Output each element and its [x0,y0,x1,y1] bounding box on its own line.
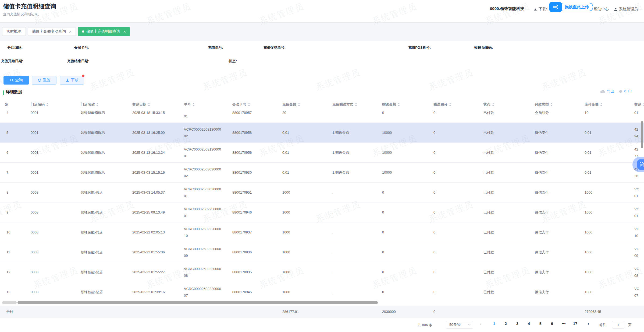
table-row[interactable]: 60001领锋智能旗舰店2025-03-13 16:13:24VCRC00002… [0,143,644,163]
page-number-3[interactable]: 3 [512,321,523,326]
cell-no: 5 [0,129,24,136]
sort-carets-icon[interactable] [298,103,300,106]
sort-carets-icon[interactable] [248,103,250,106]
cell-gift_points: 0 [427,129,477,136]
cell-store_name: 领锋智能-总店 [74,269,126,275]
user-menu[interactable]: 系统管理员 [614,7,638,12]
page-subtitle: 查询充值情况详细记录。 [3,12,41,17]
column-label: 交易 [634,102,641,107]
translate-pill[interactable]: 译 [637,159,644,170]
cell-status: 已付款 [477,129,528,136]
column-header-13[interactable]: 交易 [628,102,644,107]
next-page-button[interactable]: › [583,321,594,326]
column-header-12[interactable]: 应付金额 [578,102,628,107]
cell-status: 已付款 [477,149,528,156]
print-link[interactable]: 打印 [618,89,632,94]
drag-upload-overlay[interactable]: 拖拽至此上传 [549,2,593,12]
cell-order_no: VCRC0000250222000009 [177,246,226,259]
sort-carets-icon[interactable] [96,103,98,106]
download-button[interactable]: 下载 [60,76,84,85]
page-number-2[interactable]: 2 [500,321,511,326]
cell-payable: 1000 [578,229,628,236]
cell-gift_points: 0 [427,209,477,216]
goto-page-input[interactable] [612,321,624,328]
reset-button[interactable]: 重置 [32,76,56,85]
cell-date: 2025-02-22 01:39:16 [126,289,177,295]
table-row[interactable]: 70001领锋智能旗舰店2025-03-03 15:15:16VCRC00002… [0,163,644,183]
column-header-11[interactable]: 付款类型 [528,102,578,107]
column-header-10[interactable]: 状态 [477,102,528,107]
column-settings-gear-icon[interactable]: ⚙ [0,102,24,107]
close-icon[interactable]: × [69,29,72,34]
sort-carets-icon[interactable] [643,103,644,106]
vertical-scrollbar-thumb[interactable] [641,121,643,148]
sort-carets-icon[interactable] [193,103,195,106]
table-row[interactable]: 80008领锋智能-总店2025-03-03 14:05:37VCRC00002… [0,183,644,202]
summary-payable: 279963.45 [578,310,628,314]
table-row[interactable]: 130008领锋智能-总店2025-02-22 01:39:16VCRC0000… [0,282,644,301]
search-icon [10,78,14,82]
cell-amount: 1000 [276,289,326,295]
cell-amount: 1000 [276,189,326,196]
cell-amount: 1000 [276,269,326,275]
page-number-1[interactable]: 1 [489,321,500,326]
downloading-indicator[interactable]: 下载中 [533,7,550,12]
table-body-viewport[interactable]: 40001领锋智能旗舰店2025-03-18 15:33:15 01880017… [0,110,644,301]
sort-carets-icon[interactable] [148,103,150,106]
cell-gift_amount: 0 [376,269,427,275]
filter-r1-4: 充值促销单号: [259,45,288,50]
column-header-8[interactable]: 赠送金额 [376,102,427,107]
sort-carets-icon[interactable] [600,103,602,106]
query-button[interactable]: 查询 [3,76,29,85]
column-header-2[interactable]: 门店名称 [74,102,126,107]
table-row[interactable]: 50001领锋智能旗舰店2025-03-13 16:25:00VCRC00002… [0,123,644,143]
cell-store_code: 0008 [24,229,74,236]
column-header-5[interactable]: 会员卡号 [226,102,276,107]
page-number-17[interactable]: 17 [570,321,581,326]
prev-page-button[interactable]: ‹ [475,321,486,326]
pagination-bar: 共 806 条 50条/页 前往 页 ‹123456•••17› [0,318,644,332]
tab-1[interactable]: 实时概览 [2,27,26,36]
sort-carets-icon[interactable] [492,103,494,106]
tab-2[interactable]: 储值卡金额变动查询× [28,27,76,36]
close-icon[interactable]: × [123,29,126,34]
sort-carets-icon[interactable] [398,103,400,106]
page-number-5[interactable]: 5 [535,321,546,326]
cell-gift_type: . [326,229,376,236]
download-icon [533,7,537,11]
sort-carets-icon[interactable] [449,103,451,106]
filter-r2-3: 状态: [223,59,239,64]
column-header-1[interactable]: 门店编码 [24,102,74,107]
table-row[interactable]: 110008领锋智能-总店2025-02-22 01:55:36VCRC0000… [0,242,644,262]
cell-card_no: 8800170936 [226,249,276,256]
page-number-4[interactable]: 4 [524,321,534,326]
column-header-3[interactable]: 交易日期 [126,102,177,107]
table-row[interactable]: 100008领锋智能-总店2025-02-22 02:05:13VCRC0000… [0,222,644,242]
cell-no: 4 [0,110,24,116]
table-row[interactable]: 90008领锋智能-总店2025-02-25 09:13:49VCRC00002… [0,202,644,222]
cell-amount: 20 [276,110,326,116]
sort-carets-icon[interactable] [550,103,553,106]
horizontal-scrollbar-track[interactable] [2,301,17,304]
column-label: 单号 [184,102,191,107]
column-header-6[interactable]: 充值金额 [276,102,326,107]
page-size-select[interactable]: 50条/页 [446,321,473,328]
column-header-4[interactable]: 单号 [177,102,226,107]
column-header-7[interactable]: 充值赠送方式 [326,102,376,107]
table-row[interactable]: 120008领锋智能-总店2025-02-22 01:55:27VCRC0000… [0,262,644,282]
column-label: 门店编码 [31,102,45,107]
export-link[interactable]: 导出 [600,89,614,94]
page-ellipsis[interactable]: ••• [558,321,569,326]
table-row[interactable]: 40001领锋智能旗舰店2025-03-18 15:33:15 01880017… [0,110,644,123]
top-header: 储值卡充值明细查询 查询充值情况详细记录。 0000.领锋智能科技 下载中 拖拽… [0,0,644,22]
cell-gift_amount: 0 [376,189,427,196]
cell-date: 2025-02-25 09:13:49 [126,209,177,216]
column-header-9[interactable]: 赠送积分 [427,102,477,107]
sort-carets-icon[interactable] [46,103,48,106]
sort-carets-icon[interactable] [355,103,357,106]
help-center-link[interactable]: 帮助中心 [594,7,609,12]
page-number-6[interactable]: 6 [547,321,557,326]
user-label: 系统管理员 [619,7,638,12]
tab-3[interactable]: 储值卡充值明细查询× [78,27,130,36]
horizontal-scrollbar-thumb[interactable] [17,301,378,304]
